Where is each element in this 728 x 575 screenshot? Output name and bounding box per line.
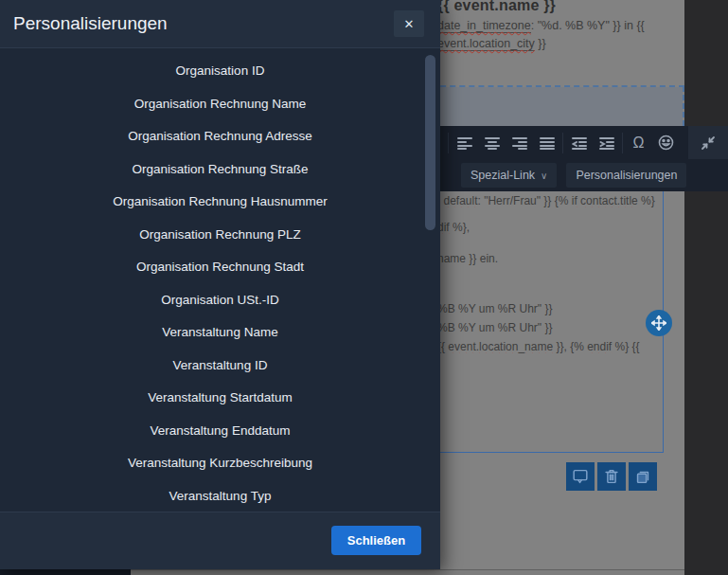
list-item[interactable]: Organisation Rechnung Straße — [0, 153, 440, 187]
modal-footer: Schließen — [0, 512, 440, 569]
toolbar-separator — [562, 133, 563, 153]
align-right-icon — [512, 136, 527, 150]
list-item[interactable]: Veranstaltung Kurzbeschreibung — [0, 447, 440, 480]
align-right-button[interactable] — [506, 130, 533, 155]
personalization-list: Organisation ID Organisation Rechnung Na… — [0, 49, 440, 512]
list-item[interactable]: Organisation Rechnung Stadt — [0, 251, 440, 284]
special-character-button[interactable]: Ω — [625, 130, 652, 155]
template-var-date-in-timezone: date_in_timezone — [437, 19, 531, 33]
event-city-line: event.location_city }} — [437, 35, 684, 52]
chevron-down-icon: ∨ — [541, 171, 547, 181]
toolbar-plugin-row: › Spezial-Link ∨ Personalisierungen — [421, 159, 728, 191]
block-action-buttons — [566, 462, 657, 491]
event-date-line: date_in_timezone: "%d. %B %Y" }} in {{ — [437, 17, 684, 34]
trash-icon — [602, 467, 621, 486]
block-drag-handle[interactable] — [646, 310, 672, 336]
editor-toolbar: x — [421, 126, 728, 191]
modal-header: Personalisierungen ✕ — [0, 0, 440, 48]
list-item[interactable]: Organisation Rechnung Name — [0, 88, 440, 121]
align-center-button[interactable] — [478, 130, 506, 155]
close-icon: ✕ — [404, 17, 415, 31]
align-left-icon — [457, 136, 472, 150]
list-item[interactable]: Organisation Rechnung Hausnummer — [0, 186, 440, 219]
template-body-line: | default: "Herr/Frau" }} {% if contact.… — [437, 194, 674, 207]
template-text: : "%d. %B %Y" }} in {{ — [531, 19, 645, 32]
collapse-toolbar-button[interactable] — [688, 126, 728, 159]
toolbar-separator — [448, 133, 449, 153]
list-item[interactable]: Veranstaltung ID — [0, 350, 440, 383]
omega-icon: Ω — [633, 135, 645, 151]
emoji-smiley-icon — [658, 135, 674, 151]
personalisierungen-button[interactable]: Personalisierungen — [566, 163, 686, 188]
app-sidebar-sliver — [0, 569, 131, 575]
modal-scrollbar-thumb[interactable] — [425, 55, 435, 230]
align-left-button[interactable] — [451, 130, 478, 155]
list-item[interactable]: Organisation Rechnung PLZ — [0, 219, 440, 252]
align-center-icon — [485, 136, 500, 150]
delete-button[interactable] — [597, 462, 626, 491]
align-justify-icon — [540, 136, 555, 150]
template-text: }} — [535, 37, 546, 50]
list-item[interactable]: Veranstaltung Enddatum — [0, 415, 440, 448]
list-item[interactable]: Veranstaltung Name — [0, 316, 440, 350]
comment-bubble-icon — [571, 467, 590, 486]
selected-block-border-bottom — [421, 452, 664, 453]
schliessen-button[interactable]: Schließen — [331, 526, 421, 555]
template-keyword-if: if — [572, 194, 577, 207]
toolbar-separator — [622, 133, 623, 153]
editor-outside-area — [684, 0, 728, 575]
template-var-default: default — [443, 194, 477, 207]
modal-title: Personalisierungen — [13, 13, 168, 34]
template-body-line: %B %Y um %R Uhr" }} — [437, 321, 674, 334]
block-divider-dashed-vertical — [683, 86, 684, 126]
indent-icon — [599, 136, 614, 150]
template-var-contact-title: contact.title — [580, 194, 638, 207]
modal-close-button[interactable]: ✕ — [394, 10, 424, 37]
spezial-link-label: Spezial-Link — [471, 169, 535, 182]
list-item[interactable]: Organisation Rechnung Adresse — [0, 120, 440, 153]
outdent-button[interactable] — [565, 130, 593, 155]
template-body-line: name }} ein. — [437, 252, 674, 265]
template-body-line: {{ event.location_name }}, {% endif %} {… — [437, 340, 674, 353]
template-var-location-city: event.location_city — [437, 37, 535, 51]
duplicate-icon — [633, 467, 652, 486]
list-item[interactable]: Organisation USt.-ID — [0, 284, 440, 317]
outdent-icon — [572, 136, 587, 150]
emoji-button[interactable] — [652, 130, 680, 155]
spezial-link-dropdown[interactable]: Spezial-Link ∨ — [461, 163, 557, 188]
move-icon — [651, 315, 666, 331]
modal-body: Organisation ID Organisation Rechnung Na… — [0, 49, 440, 512]
list-item[interactable]: Veranstaltung Typ — [0, 480, 440, 512]
email-header-block: {{ event.name }} date_in_timezone: "%d. … — [437, 0, 684, 52]
list-item[interactable]: Veranstaltung Startdatum — [0, 382, 440, 415]
collapse-icon — [701, 135, 716, 151]
template-body-line: dif %}, — [437, 221, 674, 234]
align-justify-button[interactable] — [533, 130, 560, 155]
indent-button[interactable] — [593, 130, 620, 155]
event-name-heading: {{ event.name }} — [437, 0, 684, 12]
personalisierungen-modal: Personalisierungen ✕ Organisation ID Org… — [0, 0, 440, 569]
page-bottom-sliver — [131, 569, 684, 575]
duplicate-button[interactable] — [629, 462, 657, 491]
template-keyword-endif: endif — [587, 340, 612, 353]
selected-block-highlight — [421, 87, 683, 126]
template-body-line: %B %Y um %R Uhr" }} — [437, 302, 674, 315]
personalisierungen-label: Personalisierungen — [576, 169, 677, 182]
template-var-location-name: event.location_name — [448, 340, 553, 353]
comment-button[interactable] — [566, 462, 595, 491]
list-item[interactable]: Organisation ID — [0, 55, 440, 88]
toolbar-format-row: x — [421, 126, 728, 159]
